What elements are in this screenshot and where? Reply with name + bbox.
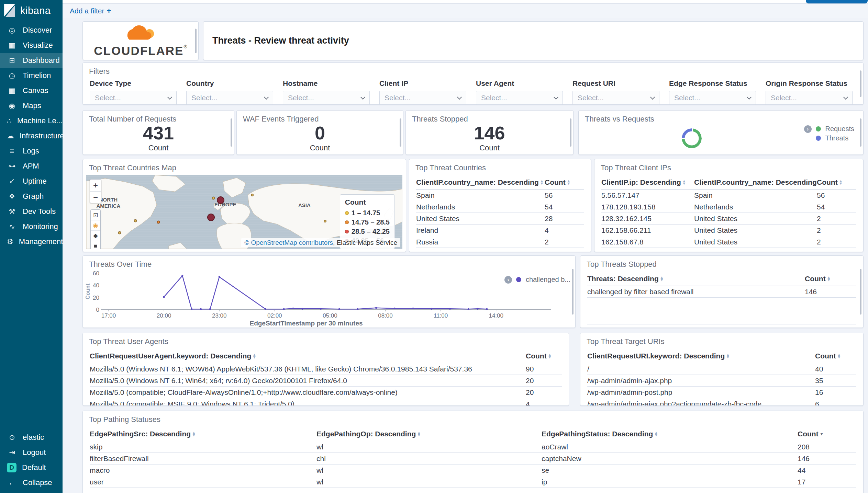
column-header[interactable]: ClientIP.country_name: Descending▴▾ — [694, 178, 817, 186]
update-button-fragment[interactable] — [806, 0, 868, 3]
column-header[interactable]: Count▴▾ — [526, 352, 562, 360]
column-header[interactable]: Count▴▾ — [817, 178, 856, 186]
column-header[interactable]: ClientRequestUserAgent.keyword: Descendi… — [90, 352, 526, 360]
panel-scrollbar[interactable] — [572, 269, 574, 315]
filter-label: Country — [186, 79, 273, 88]
donut-legend: ›RequestsThreats — [804, 125, 855, 142]
select-placeholder: Select... — [385, 94, 411, 102]
sidebar-item-timelion[interactable]: ◷Timelion — [0, 68, 63, 83]
column-header-label: EdgePathingOp: Descending — [316, 430, 416, 438]
column-header[interactable]: EdgePathingStatus: Descending▴▾ — [542, 430, 798, 438]
sidebar-item-label: Maps — [23, 101, 41, 110]
map-data-marker[interactable] — [212, 196, 215, 199]
sidebar-item-monitoring[interactable]: ∿Monitoring — [0, 219, 63, 234]
kibana-logo[interactable]: kibana — [0, 0, 63, 23]
sidebar-item-collapse[interactable]: ←Collapse — [0, 475, 63, 490]
filters-row: Device TypeSelect...CountrySelect...Host… — [83, 76, 863, 105]
sidebar-item-elastic[interactable]: ⊙elastic — [0, 430, 63, 445]
filter-select-origin-response-status[interactable]: Select... — [766, 91, 853, 105]
sidebar-item-apm[interactable]: ⊶APM — [0, 159, 63, 174]
column-header[interactable]: EdgePathingOp: Descending▴▾ — [316, 430, 542, 438]
sidebar-item-maps[interactable]: ◉Maps — [0, 98, 63, 113]
zoom-out-button[interactable]: − — [90, 191, 101, 203]
threats-vs-requests-donut[interactable] — [682, 128, 702, 148]
svg-text:20:00: 20:00 — [157, 312, 171, 319]
column-header[interactable]: ClientRequestURI.keyword: Descending▴▾ — [587, 352, 815, 360]
column-header[interactable]: Threats: Descending▴▾ — [587, 275, 805, 283]
sidebar-item-machine-le[interactable]: ∴Machine Le... — [0, 113, 63, 128]
panel-scrollbar[interactable] — [400, 118, 401, 147]
legend-label[interactable]: Requests — [825, 125, 855, 133]
column-header[interactable]: Count▴▾ — [545, 178, 584, 186]
polygon-tool-icon[interactable]: ◆ — [91, 230, 100, 241]
panel-scrollbar[interactable] — [231, 118, 232, 147]
map-data-marker[interactable] — [251, 194, 254, 196]
table-row: userwlip17 — [90, 476, 856, 488]
clock-icon: ◷ — [7, 71, 17, 80]
filter-select-request-uri[interactable]: Select... — [572, 91, 659, 105]
filter-group-country: CountrySelect... — [186, 79, 273, 105]
map-canvas[interactable]: NORTH AMERICAEUROPEASIA + − ⊡◉◆■ Count 1… — [86, 175, 402, 249]
panel-scrollbar[interactable] — [860, 269, 861, 315]
bounds-tool-icon[interactable]: ⊡ — [91, 210, 100, 220]
sidebar-item-management[interactable]: ⚙Management — [0, 234, 63, 249]
table-cell: Mozilla/5.0 (compatible; MSIE 9.0; Windo… — [90, 400, 526, 406]
panel-scrollbar[interactable] — [570, 118, 571, 147]
panel-scrollbar[interactable] — [195, 28, 197, 53]
panel-scrollbar[interactable] — [860, 118, 861, 147]
sidebar-item-default[interactable]: DDefault — [0, 460, 63, 475]
map-data-marker[interactable] — [217, 196, 224, 204]
legend-expand-icon[interactable]: › — [504, 276, 512, 284]
table-row: Spain56 — [416, 190, 584, 201]
openstreetmap-link[interactable]: © OpenStreetMap contributors, — [244, 239, 335, 246]
sidebar-item-logout[interactable]: ⇥Logout — [0, 445, 63, 460]
filter-select-user-agent[interactable]: Select... — [476, 91, 563, 105]
filter-select-client-ip[interactable]: Select... — [379, 91, 466, 105]
column-header[interactable]: ClientIP.ip: Descending▴▾ — [601, 178, 694, 186]
table-cell: ip — [542, 478, 798, 486]
filter-select-hostname[interactable]: Select... — [283, 91, 370, 105]
sidebar-item-logs[interactable]: ≡Logs — [0, 144, 63, 159]
legend-series-label[interactable]: challenged b... — [526, 276, 570, 284]
legend-expand-icon[interactable]: › — [804, 125, 812, 133]
column-header[interactable]: EdgePathingSrc: Descending▴▾ — [90, 430, 316, 438]
filter-label: Device Type — [90, 79, 177, 88]
sidebar-item-graph[interactable]: ❖Graph — [0, 189, 63, 204]
column-header[interactable]: Count▴▾ — [815, 352, 856, 360]
legend-label[interactable]: Threats — [825, 134, 855, 142]
map-data-marker[interactable] — [324, 220, 326, 222]
filter-select-edge-response-status[interactable]: Select... — [669, 91, 756, 105]
column-header[interactable]: ClientIP.country_name: Descending▴▾ — [416, 178, 545, 186]
marker-tool-icon[interactable]: ◉ — [91, 220, 100, 230]
map-data-marker[interactable] — [207, 214, 215, 221]
bar-chart-icon: ▥ — [7, 41, 17, 49]
panel-scrollbar[interactable] — [860, 70, 861, 97]
table-title: Top Threats Stopped — [580, 256, 863, 269]
threat-client-ips-table: ClientIP.ip: Descending▴▾ClientIP.countr… — [594, 175, 863, 248]
filter-select-device-type[interactable]: Select... — [90, 91, 177, 105]
rectangle-tool-icon[interactable]: ■ — [91, 241, 100, 249]
svg-text:40: 40 — [93, 282, 99, 289]
zoom-in-button[interactable]: + — [90, 180, 101, 191]
chevron-down-icon — [554, 94, 558, 99]
map-data-marker[interactable] — [134, 219, 137, 222]
sidebar-item-uptime[interactable]: ✓Uptime — [0, 174, 63, 189]
column-header[interactable]: Count▾ — [798, 430, 856, 438]
column-header-label: ClientRequestUserAgent.keyword: Descendi… — [90, 352, 251, 360]
sidebar-item-discover[interactable]: ◎Discover — [0, 23, 63, 38]
sidebar-item-infrastructure[interactable]: ☁Infrastructure — [0, 128, 63, 144]
sidebar-item-dashboard[interactable]: ⊞Dashboard — [0, 53, 63, 68]
sort-icon: ▴▾ — [549, 354, 551, 358]
legend-range-label: 28.5 – 42.25 — [352, 228, 390, 236]
sidebar-item-canvas[interactable]: ▦Canvas — [0, 83, 63, 98]
map-data-marker[interactable] — [118, 231, 121, 234]
add-filter-button[interactable]: Add a filter + — [70, 7, 111, 15]
map-pin-icon: ◉ — [7, 102, 17, 110]
sidebar-item-visualize[interactable]: ▥Visualize — [0, 38, 63, 53]
filter-select-country[interactable]: Select... — [186, 91, 273, 105]
table-cell: captchaNew — [542, 455, 798, 463]
map-data-marker[interactable] — [157, 220, 160, 223]
column-header[interactable]: Count▴▾ — [805, 275, 856, 283]
sidebar-item-dev-tools[interactable]: ⚒Dev Tools — [0, 204, 63, 219]
column-header-label: Count — [526, 352, 547, 360]
